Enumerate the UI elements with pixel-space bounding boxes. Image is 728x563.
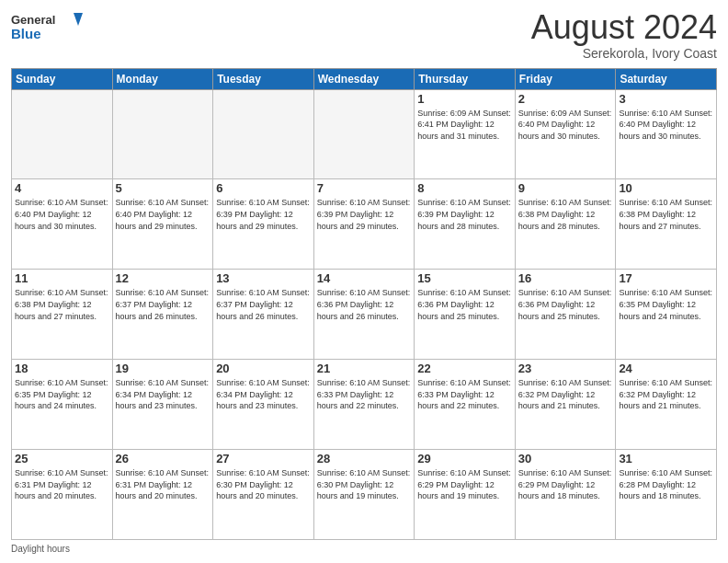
day-info: Sunrise: 6:10 AM Sunset: 6:30 PM Dayligh… — [317, 467, 412, 502]
calendar-week-row: 1Sunrise: 6:09 AM Sunset: 6:41 PM Daylig… — [12, 89, 717, 179]
day-number: 22 — [417, 362, 512, 375]
day-info: Sunrise: 6:10 AM Sunset: 6:38 PM Dayligh… — [619, 197, 713, 232]
calendar-cell: 3Sunrise: 6:10 AM Sunset: 6:40 PM Daylig… — [616, 89, 717, 179]
day-number: 30 — [518, 452, 613, 465]
title-block: August 2024 Serekorola, Ivory Coast — [531, 9, 717, 61]
header-tuesday: Tuesday — [213, 68, 314, 89]
day-info: Sunrise: 6:10 AM Sunset: 6:36 PM Dayligh… — [317, 287, 412, 322]
day-number: 14 — [317, 271, 412, 285]
subtitle: Serekorola, Ivory Coast — [531, 46, 717, 61]
footer-note: Daylight hours — [11, 544, 717, 554]
day-info: Sunrise: 6:10 AM Sunset: 6:34 PM Dayligh… — [216, 377, 311, 412]
day-number: 21 — [317, 362, 412, 375]
header-saturday: Saturday — [616, 68, 717, 89]
day-number: 2 — [518, 92, 613, 106]
calendar-cell: 6Sunrise: 6:10 AM Sunset: 6:39 PM Daylig… — [213, 179, 314, 270]
logo-icon: General Blue — [11, 9, 85, 46]
calendar-cell: 26Sunrise: 6:10 AM Sunset: 6:31 PM Dayli… — [112, 450, 213, 540]
calendar-week-row: 4Sunrise: 6:10 AM Sunset: 6:40 PM Daylig… — [12, 179, 717, 270]
header: General Blue August 2024 Serekorola, Ivo… — [11, 9, 717, 61]
calendar-cell: 31Sunrise: 6:10 AM Sunset: 6:28 PM Dayli… — [616, 450, 717, 540]
calendar-cell: 14Sunrise: 6:10 AM Sunset: 6:36 PM Dayli… — [313, 270, 415, 360]
svg-text:Blue: Blue — [11, 26, 41, 41]
day-info: Sunrise: 6:09 AM Sunset: 6:40 PM Dayligh… — [518, 108, 613, 143]
calendar-cell: 4Sunrise: 6:10 AM Sunset: 6:40 PM Daylig… — [12, 179, 113, 270]
calendar-week-row: 18Sunrise: 6:10 AM Sunset: 6:35 PM Dayli… — [12, 360, 717, 450]
day-info: Sunrise: 6:10 AM Sunset: 6:30 PM Dayligh… — [216, 467, 311, 502]
calendar-cell: 10Sunrise: 6:10 AM Sunset: 6:38 PM Dayli… — [616, 179, 717, 270]
calendar-cell: 18Sunrise: 6:10 AM Sunset: 6:35 PM Dayli… — [12, 360, 113, 450]
header-wednesday: Wednesday — [313, 68, 415, 89]
day-number: 17 — [619, 271, 713, 285]
calendar-cell: 7Sunrise: 6:10 AM Sunset: 6:39 PM Daylig… — [313, 179, 415, 270]
calendar-cell: 17Sunrise: 6:10 AM Sunset: 6:35 PM Dayli… — [616, 270, 717, 360]
calendar-cell: 11Sunrise: 6:10 AM Sunset: 6:38 PM Dayli… — [12, 270, 113, 360]
calendar-cell: 27Sunrise: 6:10 AM Sunset: 6:30 PM Dayli… — [213, 450, 314, 540]
day-info: Sunrise: 6:10 AM Sunset: 6:37 PM Dayligh… — [116, 287, 210, 322]
calendar-cell: 16Sunrise: 6:10 AM Sunset: 6:36 PM Dayli… — [515, 270, 616, 360]
svg-marker-2 — [74, 13, 83, 26]
day-info: Sunrise: 6:10 AM Sunset: 6:40 PM Dayligh… — [116, 197, 210, 232]
day-info: Sunrise: 6:10 AM Sunset: 6:32 PM Dayligh… — [518, 377, 613, 412]
header-thursday: Thursday — [415, 68, 516, 89]
calendar-cell: 15Sunrise: 6:10 AM Sunset: 6:36 PM Dayli… — [415, 270, 516, 360]
calendar-header-row: Sunday Monday Tuesday Wednesday Thursday… — [12, 68, 717, 89]
calendar-cell — [12, 89, 113, 179]
day-info: Sunrise: 6:10 AM Sunset: 6:28 PM Dayligh… — [619, 467, 713, 502]
calendar-cell: 29Sunrise: 6:10 AM Sunset: 6:29 PM Dayli… — [415, 450, 516, 540]
day-number: 16 — [518, 271, 613, 285]
day-info: Sunrise: 6:10 AM Sunset: 6:31 PM Dayligh… — [15, 467, 109, 502]
main-title: August 2024 — [531, 9, 717, 46]
calendar-week-row: 11Sunrise: 6:10 AM Sunset: 6:38 PM Dayli… — [12, 270, 717, 360]
calendar-cell: 30Sunrise: 6:10 AM Sunset: 6:29 PM Dayli… — [515, 450, 616, 540]
day-number: 3 — [619, 92, 713, 106]
day-info: Sunrise: 6:10 AM Sunset: 6:32 PM Dayligh… — [619, 377, 713, 412]
calendar-cell: 2Sunrise: 6:09 AM Sunset: 6:40 PM Daylig… — [515, 89, 616, 179]
calendar-cell: 23Sunrise: 6:10 AM Sunset: 6:32 PM Dayli… — [515, 360, 616, 450]
day-number: 12 — [116, 271, 210, 285]
day-info: Sunrise: 6:10 AM Sunset: 6:34 PM Dayligh… — [116, 377, 210, 412]
calendar-cell: 28Sunrise: 6:10 AM Sunset: 6:30 PM Dayli… — [313, 450, 415, 540]
day-number: 24 — [619, 362, 713, 375]
day-number: 18 — [15, 362, 109, 375]
day-info: Sunrise: 6:10 AM Sunset: 6:40 PM Dayligh… — [619, 108, 713, 143]
calendar-cell: 13Sunrise: 6:10 AM Sunset: 6:37 PM Dayli… — [213, 270, 314, 360]
day-number: 1 — [417, 92, 512, 106]
day-number: 31 — [619, 452, 713, 465]
day-info: Sunrise: 6:10 AM Sunset: 6:40 PM Dayligh… — [15, 197, 109, 232]
calendar-cell: 19Sunrise: 6:10 AM Sunset: 6:34 PM Dayli… — [112, 360, 213, 450]
day-info: Sunrise: 6:10 AM Sunset: 6:29 PM Dayligh… — [417, 467, 512, 502]
day-info: Sunrise: 6:10 AM Sunset: 6:38 PM Dayligh… — [518, 197, 613, 232]
day-info: Sunrise: 6:10 AM Sunset: 6:33 PM Dayligh… — [417, 377, 512, 412]
day-info: Sunrise: 6:10 AM Sunset: 6:33 PM Dayligh… — [317, 377, 412, 412]
calendar-table: Sunday Monday Tuesday Wednesday Thursday… — [11, 68, 717, 540]
calendar-cell: 22Sunrise: 6:10 AM Sunset: 6:33 PM Dayli… — [415, 360, 516, 450]
day-info: Sunrise: 6:10 AM Sunset: 6:29 PM Dayligh… — [518, 467, 613, 502]
day-number: 10 — [619, 181, 713, 195]
day-number: 4 — [15, 181, 109, 195]
day-number: 9 — [518, 181, 613, 195]
calendar-cell: 21Sunrise: 6:10 AM Sunset: 6:33 PM Dayli… — [313, 360, 415, 450]
calendar-cell: 25Sunrise: 6:10 AM Sunset: 6:31 PM Dayli… — [12, 450, 113, 540]
logo: General Blue — [11, 9, 85, 46]
calendar-cell: 24Sunrise: 6:10 AM Sunset: 6:32 PM Dayli… — [616, 360, 717, 450]
day-info: Sunrise: 6:10 AM Sunset: 6:35 PM Dayligh… — [15, 377, 109, 412]
day-number: 11 — [15, 271, 109, 285]
calendar-week-row: 25Sunrise: 6:10 AM Sunset: 6:31 PM Dayli… — [12, 450, 717, 540]
day-number: 6 — [216, 181, 311, 195]
day-number: 8 — [417, 181, 512, 195]
calendar-cell: 9Sunrise: 6:10 AM Sunset: 6:38 PM Daylig… — [515, 179, 616, 270]
day-info: Sunrise: 6:10 AM Sunset: 6:39 PM Dayligh… — [317, 197, 412, 232]
day-info: Sunrise: 6:10 AM Sunset: 6:38 PM Dayligh… — [15, 287, 109, 322]
header-sunday: Sunday — [12, 68, 113, 89]
day-info: Sunrise: 6:10 AM Sunset: 6:37 PM Dayligh… — [216, 287, 311, 322]
day-info: Sunrise: 6:09 AM Sunset: 6:41 PM Dayligh… — [417, 108, 512, 143]
day-number: 20 — [216, 362, 311, 375]
calendar-cell — [112, 89, 213, 179]
day-number: 13 — [216, 271, 311, 285]
calendar-cell — [313, 89, 415, 179]
day-number: 7 — [317, 181, 412, 195]
header-friday: Friday — [515, 68, 616, 89]
day-number: 25 — [15, 452, 109, 465]
calendar-cell: 12Sunrise: 6:10 AM Sunset: 6:37 PM Dayli… — [112, 270, 213, 360]
